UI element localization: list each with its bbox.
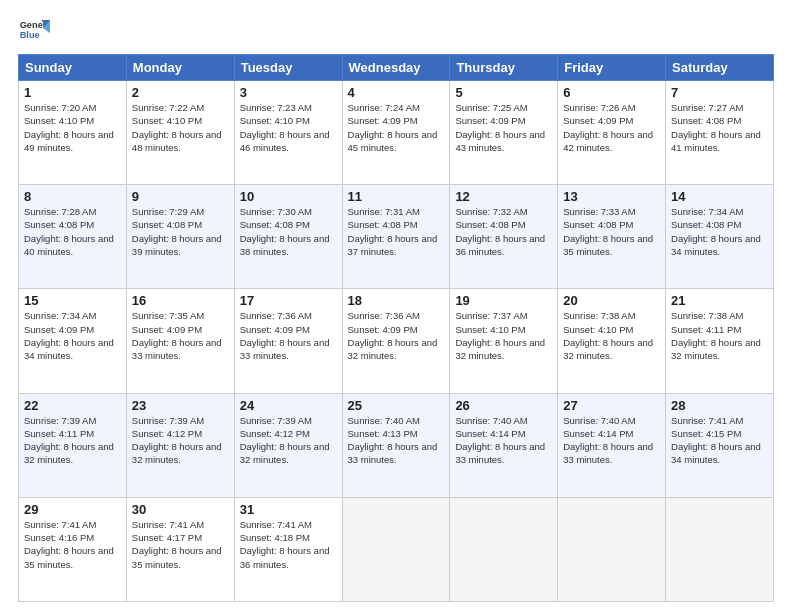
day-number: 30: [132, 502, 229, 517]
calendar-cell: 30Sunrise: 7:41 AMSunset: 4:17 PMDayligh…: [126, 497, 234, 601]
day-number: 24: [240, 398, 337, 413]
day-header-saturday: Saturday: [666, 55, 774, 81]
day-info: Sunrise: 7:39 AMSunset: 4:11 PMDaylight:…: [24, 415, 114, 466]
day-info: Sunrise: 7:26 AMSunset: 4:09 PMDaylight:…: [563, 102, 653, 153]
day-number: 17: [240, 293, 337, 308]
day-info: Sunrise: 7:40 AMSunset: 4:14 PMDaylight:…: [455, 415, 545, 466]
day-info: Sunrise: 7:36 AMSunset: 4:09 PMDaylight:…: [348, 310, 438, 361]
day-header-wednesday: Wednesday: [342, 55, 450, 81]
day-info: Sunrise: 7:31 AMSunset: 4:08 PMDaylight:…: [348, 206, 438, 257]
day-number: 28: [671, 398, 768, 413]
day-number: 13: [563, 189, 660, 204]
day-info: Sunrise: 7:41 AMSunset: 4:15 PMDaylight:…: [671, 415, 761, 466]
logo: General Blue: [18, 16, 50, 44]
page-header: General Blue: [18, 16, 774, 44]
calendar-cell: 20Sunrise: 7:38 AMSunset: 4:10 PMDayligh…: [558, 289, 666, 393]
logo-icon: General Blue: [18, 16, 50, 44]
day-number: 7: [671, 85, 768, 100]
calendar-cell: 27Sunrise: 7:40 AMSunset: 4:14 PMDayligh…: [558, 393, 666, 497]
day-number: 8: [24, 189, 121, 204]
calendar-cell: 19Sunrise: 7:37 AMSunset: 4:10 PMDayligh…: [450, 289, 558, 393]
day-number: 1: [24, 85, 121, 100]
day-info: Sunrise: 7:40 AMSunset: 4:13 PMDaylight:…: [348, 415, 438, 466]
day-header-friday: Friday: [558, 55, 666, 81]
day-info: Sunrise: 7:40 AMSunset: 4:14 PMDaylight:…: [563, 415, 653, 466]
calendar-cell: 29Sunrise: 7:41 AMSunset: 4:16 PMDayligh…: [19, 497, 127, 601]
day-number: 18: [348, 293, 445, 308]
calendar-cell: 10Sunrise: 7:30 AMSunset: 4:08 PMDayligh…: [234, 185, 342, 289]
svg-text:Blue: Blue: [20, 30, 40, 40]
day-number: 12: [455, 189, 552, 204]
day-info: Sunrise: 7:29 AMSunset: 4:08 PMDaylight:…: [132, 206, 222, 257]
calendar-cell: 6Sunrise: 7:26 AMSunset: 4:09 PMDaylight…: [558, 81, 666, 185]
day-header-sunday: Sunday: [19, 55, 127, 81]
day-number: 4: [348, 85, 445, 100]
day-info: Sunrise: 7:30 AMSunset: 4:08 PMDaylight:…: [240, 206, 330, 257]
day-number: 21: [671, 293, 768, 308]
day-info: Sunrise: 7:28 AMSunset: 4:08 PMDaylight:…: [24, 206, 114, 257]
day-number: 27: [563, 398, 660, 413]
day-info: Sunrise: 7:34 AMSunset: 4:09 PMDaylight:…: [24, 310, 114, 361]
day-number: 5: [455, 85, 552, 100]
calendar-cell: 23Sunrise: 7:39 AMSunset: 4:12 PMDayligh…: [126, 393, 234, 497]
calendar-cell: 16Sunrise: 7:35 AMSunset: 4:09 PMDayligh…: [126, 289, 234, 393]
day-number: 15: [24, 293, 121, 308]
calendar-cell: 25Sunrise: 7:40 AMSunset: 4:13 PMDayligh…: [342, 393, 450, 497]
day-info: Sunrise: 7:39 AMSunset: 4:12 PMDaylight:…: [240, 415, 330, 466]
calendar-cell: 3Sunrise: 7:23 AMSunset: 4:10 PMDaylight…: [234, 81, 342, 185]
calendar-cell: 26Sunrise: 7:40 AMSunset: 4:14 PMDayligh…: [450, 393, 558, 497]
calendar-cell: 11Sunrise: 7:31 AMSunset: 4:08 PMDayligh…: [342, 185, 450, 289]
day-number: 2: [132, 85, 229, 100]
day-number: 31: [240, 502, 337, 517]
calendar-cell: 24Sunrise: 7:39 AMSunset: 4:12 PMDayligh…: [234, 393, 342, 497]
calendar-cell: [666, 497, 774, 601]
calendar-cell: 14Sunrise: 7:34 AMSunset: 4:08 PMDayligh…: [666, 185, 774, 289]
day-info: Sunrise: 7:41 AMSunset: 4:18 PMDaylight:…: [240, 519, 330, 570]
day-number: 9: [132, 189, 229, 204]
calendar-cell: [558, 497, 666, 601]
day-number: 25: [348, 398, 445, 413]
day-info: Sunrise: 7:32 AMSunset: 4:08 PMDaylight:…: [455, 206, 545, 257]
day-info: Sunrise: 7:39 AMSunset: 4:12 PMDaylight:…: [132, 415, 222, 466]
calendar-cell: 7Sunrise: 7:27 AMSunset: 4:08 PMDaylight…: [666, 81, 774, 185]
day-number: 26: [455, 398, 552, 413]
day-number: 23: [132, 398, 229, 413]
day-number: 22: [24, 398, 121, 413]
calendar-cell: 22Sunrise: 7:39 AMSunset: 4:11 PMDayligh…: [19, 393, 127, 497]
day-info: Sunrise: 7:38 AMSunset: 4:11 PMDaylight:…: [671, 310, 761, 361]
calendar-page: General Blue SundayMondayTuesdayWednesda…: [0, 0, 792, 612]
day-info: Sunrise: 7:36 AMSunset: 4:09 PMDaylight:…: [240, 310, 330, 361]
calendar-cell: 5Sunrise: 7:25 AMSunset: 4:09 PMDaylight…: [450, 81, 558, 185]
calendar-cell: 9Sunrise: 7:29 AMSunset: 4:08 PMDaylight…: [126, 185, 234, 289]
day-number: 10: [240, 189, 337, 204]
calendar-cell: 17Sunrise: 7:36 AMSunset: 4:09 PMDayligh…: [234, 289, 342, 393]
day-info: Sunrise: 7:37 AMSunset: 4:10 PMDaylight:…: [455, 310, 545, 361]
day-number: 11: [348, 189, 445, 204]
calendar-cell: 2Sunrise: 7:22 AMSunset: 4:10 PMDaylight…: [126, 81, 234, 185]
calendar-cell: 21Sunrise: 7:38 AMSunset: 4:11 PMDayligh…: [666, 289, 774, 393]
calendar-cell: [450, 497, 558, 601]
calendar-cell: 31Sunrise: 7:41 AMSunset: 4:18 PMDayligh…: [234, 497, 342, 601]
calendar-table: SundayMondayTuesdayWednesdayThursdayFrid…: [18, 54, 774, 602]
day-number: 3: [240, 85, 337, 100]
day-info: Sunrise: 7:33 AMSunset: 4:08 PMDaylight:…: [563, 206, 653, 257]
calendar-cell: [342, 497, 450, 601]
day-number: 20: [563, 293, 660, 308]
calendar-cell: 4Sunrise: 7:24 AMSunset: 4:09 PMDaylight…: [342, 81, 450, 185]
day-info: Sunrise: 7:41 AMSunset: 4:16 PMDaylight:…: [24, 519, 114, 570]
calendar-cell: 12Sunrise: 7:32 AMSunset: 4:08 PMDayligh…: [450, 185, 558, 289]
day-info: Sunrise: 7:22 AMSunset: 4:10 PMDaylight:…: [132, 102, 222, 153]
calendar-cell: 1Sunrise: 7:20 AMSunset: 4:10 PMDaylight…: [19, 81, 127, 185]
calendar-cell: 15Sunrise: 7:34 AMSunset: 4:09 PMDayligh…: [19, 289, 127, 393]
day-info: Sunrise: 7:23 AMSunset: 4:10 PMDaylight:…: [240, 102, 330, 153]
day-number: 19: [455, 293, 552, 308]
day-info: Sunrise: 7:24 AMSunset: 4:09 PMDaylight:…: [348, 102, 438, 153]
day-number: 16: [132, 293, 229, 308]
day-header-tuesday: Tuesday: [234, 55, 342, 81]
calendar-cell: 8Sunrise: 7:28 AMSunset: 4:08 PMDaylight…: [19, 185, 127, 289]
calendar-cell: 13Sunrise: 7:33 AMSunset: 4:08 PMDayligh…: [558, 185, 666, 289]
calendar-cell: 18Sunrise: 7:36 AMSunset: 4:09 PMDayligh…: [342, 289, 450, 393]
day-number: 29: [24, 502, 121, 517]
calendar-cell: 28Sunrise: 7:41 AMSunset: 4:15 PMDayligh…: [666, 393, 774, 497]
day-info: Sunrise: 7:34 AMSunset: 4:08 PMDaylight:…: [671, 206, 761, 257]
